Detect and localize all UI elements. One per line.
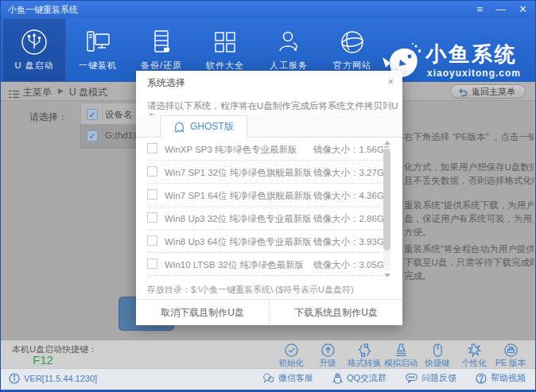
brand-title: 小鱼系统 — [425, 41, 518, 68]
tab-ghost[interactable]: GHOST版 — [160, 115, 247, 138]
device-checkbox[interactable]: ✓ — [87, 130, 98, 142]
window-controls: ≡ — ✕ — [477, 1, 528, 18]
help-line: 化方式，如果用户想保存U盘数据，就 — [404, 161, 534, 173]
tool-upgrade[interactable]: 升级 — [309, 342, 346, 369]
wechat-icon — [262, 373, 274, 383]
apps-icon — [210, 30, 240, 44]
nav-label: 官方网站 — [320, 60, 384, 72]
help-line: 完成。 — [404, 270, 432, 282]
tab-label: GHOST版 — [190, 120, 234, 134]
divider — [102, 107, 103, 121]
hotkey-value: F12 — [33, 353, 53, 367]
window-title: 小鱼一键重装系统 — [8, 4, 78, 16]
system-name: Win8 Up3 32位 纯净绿色专业最新版 — [165, 213, 312, 225]
feedback-link[interactable]: 问题反馈 — [406, 372, 456, 384]
system-name: Win10 LTSB 32位 纯净绿色最新版 — [165, 259, 304, 271]
system-checkbox[interactable] — [147, 235, 157, 246]
system-row[interactable]: Win8 Up3 64位 纯净绿色专业最新版 镜像大小：3.93GB — [147, 230, 391, 253]
tool-label: 初始化 — [273, 358, 309, 369]
system-name: Win8 Up3 64位 纯净绿色专业最新版 — [165, 236, 312, 248]
computer-icon — [83, 30, 113, 44]
info-icon — [9, 373, 20, 384]
nav-usb-boot[interactable]: U 盘启动 — [2, 18, 66, 82]
app-window: 小鱼一键重装系统 ≡ — ✕ U 盘启动 — [0, 0, 536, 392]
download-and-make-button[interactable]: 下载系统且制作U盘 — [270, 300, 402, 325]
qq-icon — [332, 373, 343, 384]
system-checkbox[interactable] — [147, 258, 157, 269]
tool-init[interactable]: 初始化 — [273, 342, 309, 369]
select-all-checkbox[interactable]: ✓ — [87, 109, 98, 120]
tool-simulate-boot[interactable]: 模拟启动 — [383, 342, 419, 369]
system-size: 镜像大小：2.86GB — [313, 213, 390, 225]
tool-hotkeys[interactable]: 快捷键 — [419, 342, 456, 369]
title-bar: 小鱼一键重装系统 ≡ — ✕ — [1, 1, 535, 18]
background-help-text: 右下角选择 “PE版本” ，点击一键 化方式，如果用户想保存U盘数据，就 且不丢… — [402, 82, 534, 320]
dialog-tabstrip: GHOST版 — [136, 115, 402, 138]
nav-label: 软件大全 — [193, 60, 257, 72]
system-list: WinXP SP3 纯净绿色专业最新版 镜像大小：1.56GB Win7 SP1… — [136, 138, 402, 276]
scroll-up-icon[interactable] — [384, 141, 390, 145]
status-links: 微信客服 QQ交流群 问题反馈 — [262, 372, 526, 384]
system-select-dialog: 系统选择 × 请选择以下系统，程序将在U盘制作完成后将系统文件拷贝到U盘 GHO… — [136, 71, 402, 325]
help-video-icon — [476, 373, 487, 384]
tool-format-convert[interactable]: 格式转换 — [346, 342, 383, 369]
scrollbar-thumb[interactable] — [383, 149, 390, 250]
backup-icon — [146, 30, 177, 44]
system-checkbox[interactable] — [147, 143, 157, 153]
upgrade-icon — [320, 343, 336, 358]
tool-pe-version[interactable]: PE PE 版本 — [492, 342, 529, 369]
scroll-down-icon[interactable] — [384, 274, 390, 278]
system-checkbox[interactable] — [147, 166, 157, 177]
brand-domain: xiaoyuxitong.com — [427, 68, 521, 79]
nav-label: U 盘启动 — [2, 60, 66, 72]
nav-label: 一键装机 — [66, 60, 130, 72]
select-device-label: 请选择： — [29, 111, 68, 124]
system-checkbox[interactable] — [147, 189, 157, 200]
help-line: 盘，保证用户有系统可装，为用户维 — [404, 213, 534, 225]
personalize-icon — [467, 343, 482, 358]
system-name: Win7 SP1 64位 纯净绿色旗舰最新版 — [165, 190, 312, 202]
close-icon[interactable]: ✕ — [519, 1, 527, 18]
list-menu-icon — [9, 87, 19, 101]
list-scrollbar[interactable] — [383, 141, 391, 278]
help-line: 重装系统”提供系统下载，为用户下 — [404, 200, 534, 212]
nav-one-key-install[interactable]: 一键装机 — [66, 18, 130, 82]
tool-label: 快捷键 — [419, 358, 456, 369]
breadcrumb-root[interactable]: 主菜单 — [23, 86, 52, 99]
system-row[interactable]: Win8 Up3 32位 纯净绿色专业最新版 镜像大小：2.86GB — [147, 207, 391, 230]
system-size: 镜像大小：4.36GB — [313, 190, 390, 202]
system-row[interactable]: WinXP SP3 纯净绿色专业最新版 镜像大小：1.56GB — [147, 138, 391, 161]
help-line: 右下角选择 “PE版本” ，点击一键 — [404, 131, 534, 143]
system-row[interactable]: Win10 LTSB 32位 纯净绿色最新版 镜像大小：3.05GB — [147, 253, 391, 276]
system-row[interactable]: Win7 SP1 64位 纯净绿色旗舰最新版 镜像大小：4.36GB — [147, 184, 391, 207]
globe-icon — [337, 30, 367, 44]
system-checkbox[interactable] — [147, 212, 157, 223]
ghost-icon — [173, 119, 185, 134]
system-row[interactable]: Win7 SP1 32位 纯净绿色旗舰最新版 镜像大小：3.27GB — [147, 161, 391, 184]
help-video-link[interactable]: 帮助视频 — [476, 372, 526, 384]
usb-icon — [19, 30, 49, 44]
qq-group-link[interactable]: QQ交流群 — [332, 372, 386, 384]
tool-label: 升级 — [309, 358, 346, 369]
dialog-buttons: 取消下载且制作U盘 下载系统且制作U盘 — [136, 299, 402, 325]
status-link-label: 问题反馈 — [421, 372, 456, 384]
tool-personalize[interactable]: 个性化 — [456, 342, 492, 369]
menu-icon[interactable]: ≡ — [477, 1, 484, 18]
version-text: VER[11.5.44.1230] — [24, 374, 97, 383]
help-line: 且不丢失数据，否则选择格式化U盘 — [404, 175, 534, 187]
init-check-icon — [284, 343, 299, 358]
breadcrumb-separator-icon: ▶ — [58, 87, 64, 95]
breadcrumb-current: U 盘模式 — [69, 86, 107, 99]
hotkey-mouse-icon — [430, 343, 445, 358]
dialog-close-icon[interactable]: × — [387, 76, 394, 87]
status-bar: VER[11.5.44.1230] 微信客服 QQ交流群 — [1, 368, 535, 392]
cancel-download-button[interactable]: 取消下载且制作U盘 — [136, 300, 270, 325]
wechat-service-link[interactable]: 微信客服 — [262, 372, 313, 384]
svg-text:PE: PE — [508, 346, 513, 350]
system-size: 镜像大小：3.05GB — [313, 259, 390, 271]
system-name: Win7 SP1 32位 纯净绿色旗舰最新版 — [165, 167, 312, 179]
dialog-title: 系统选择 — [147, 76, 185, 90]
minimize-icon[interactable]: — — [495, 1, 506, 18]
bottom-toolbar: 本机U盘启动快捷键： F12 初始化 升级 格 — [1, 340, 535, 368]
tool-buttons: 初始化 升级 格式转换 模拟启动 — [273, 342, 529, 369]
